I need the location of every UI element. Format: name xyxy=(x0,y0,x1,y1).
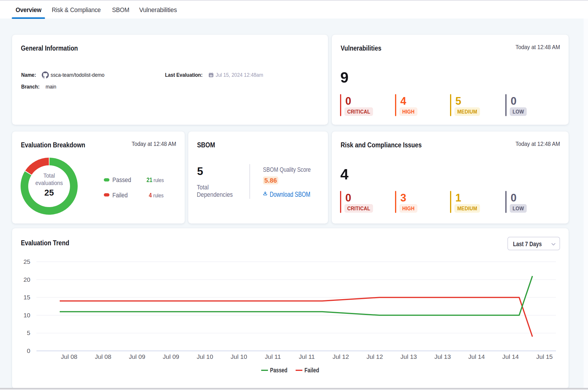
svg-text:10: 10 xyxy=(24,312,30,319)
svg-text:Jul 12: Jul 12 xyxy=(367,353,383,360)
svg-text:Jul 15: Jul 15 xyxy=(536,353,553,360)
svg-text:Failed: Failed xyxy=(304,366,319,374)
svg-text:0: 0 xyxy=(27,347,30,354)
svg-text:20: 20 xyxy=(24,276,30,283)
svg-text:Jul 11: Jul 11 xyxy=(299,353,315,360)
svg-text:Jul 13: Jul 13 xyxy=(434,353,451,360)
svg-text:Jul 14: Jul 14 xyxy=(468,353,485,360)
svg-text:Passed: Passed xyxy=(270,366,287,374)
svg-text:5: 5 xyxy=(27,329,30,336)
svg-text:Jul 09: Jul 09 xyxy=(163,353,179,360)
svg-text:Jul 10: Jul 10 xyxy=(231,353,247,360)
svg-text:Jul 09: Jul 09 xyxy=(129,353,145,360)
svg-text:Jul 10: Jul 10 xyxy=(197,353,213,360)
svg-text:Jul 08: Jul 08 xyxy=(61,353,77,360)
svg-text:Jul 11: Jul 11 xyxy=(265,353,281,360)
svg-text:Jul 12: Jul 12 xyxy=(332,353,349,360)
svg-text:Jul 08: Jul 08 xyxy=(95,353,111,360)
svg-text:Jul 13: Jul 13 xyxy=(400,353,417,360)
svg-text:15: 15 xyxy=(24,294,30,301)
svg-text:25: 25 xyxy=(24,258,30,265)
svg-text:Jul 14: Jul 14 xyxy=(502,353,519,360)
